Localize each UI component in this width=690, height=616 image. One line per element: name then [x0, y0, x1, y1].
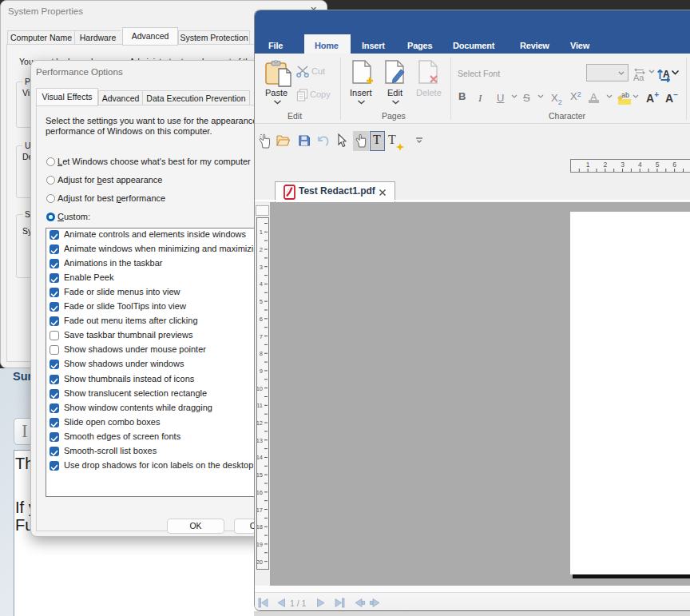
svg-text:2: 2	[604, 161, 608, 169]
svg-text:13: 13	[257, 437, 263, 444]
svg-text:12: 12	[257, 419, 263, 427]
svg-text:7: 7	[260, 333, 263, 340]
svg-text:16: 16	[257, 489, 263, 496]
svg-text:17: 17	[257, 507, 263, 514]
svg-text:8: 8	[260, 350, 263, 357]
svg-text:11: 11	[257, 402, 263, 409]
svg-text:6: 6	[260, 316, 263, 323]
svg-text:6: 6	[672, 161, 676, 169]
svg-text:19: 19	[257, 541, 263, 548]
svg-text:1: 1	[260, 229, 263, 236]
svg-text:14: 14	[257, 454, 263, 461]
svg-text:1: 1	[586, 161, 590, 169]
svg-text:4: 4	[260, 280, 263, 288]
svg-text:15: 15	[257, 471, 263, 479]
svg-text:4: 4	[638, 161, 642, 169]
svg-text:5: 5	[260, 298, 263, 305]
svg-text:18: 18	[257, 523, 263, 531]
svg-text:9: 9	[260, 368, 263, 375]
svg-text:2: 2	[260, 246, 263, 253]
svg-text:3: 3	[621, 161, 625, 169]
svg-text:10: 10	[257, 385, 263, 392]
svg-text:5: 5	[656, 161, 660, 169]
svg-text:3: 3	[260, 264, 263, 271]
svg-text:20: 20	[257, 558, 263, 566]
